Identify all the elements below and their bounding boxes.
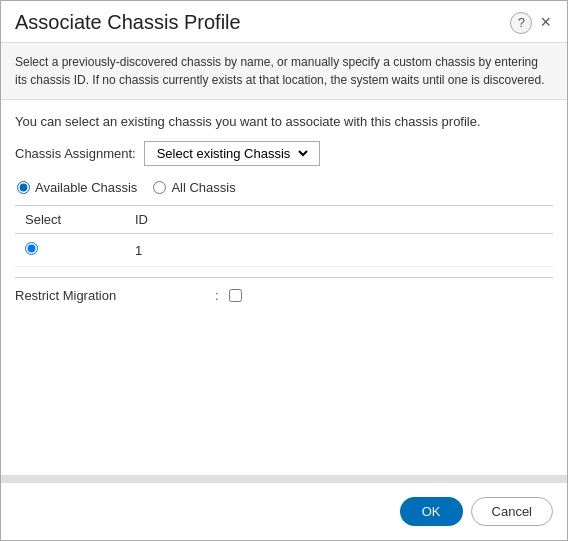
chassis-assignment-row: Chassis Assignment: Select existing Chas… (15, 141, 553, 166)
all-chassis-radio-label[interactable]: All Chassis (153, 180, 235, 195)
restrict-migration-label: Restrict Migration (15, 288, 215, 303)
ok-button[interactable]: OK (400, 497, 463, 526)
help-icon[interactable]: ? (510, 12, 532, 34)
header-icons: ? × (510, 12, 553, 34)
restrict-migration-control: : (215, 288, 242, 303)
available-chassis-label: Available Chassis (35, 180, 137, 195)
dialog-title: Associate Chassis Profile (15, 11, 241, 34)
body-intro: You can select an existing chassis you w… (15, 114, 553, 129)
all-chassis-radio[interactable] (153, 181, 166, 194)
available-chassis-radio[interactable] (17, 181, 30, 194)
chassis-assignment-select[interactable]: Select existing Chassis Specify custom C… (153, 145, 311, 162)
cancel-button[interactable]: Cancel (471, 497, 553, 526)
restrict-migration-colon: : (215, 288, 219, 303)
th-select: Select (15, 212, 135, 227)
dialog-body: You can select an existing chassis you w… (1, 100, 567, 465)
restrict-migration-row: Restrict Migration : (15, 277, 553, 313)
dialog-header: Associate Chassis Profile ? × (1, 1, 567, 42)
available-chassis-radio-label[interactable]: Available Chassis (17, 180, 137, 195)
restrict-migration-checkbox[interactable] (229, 289, 242, 302)
close-button[interactable]: × (538, 12, 553, 33)
info-banner: Select a previously-discovered chassis b… (1, 42, 567, 100)
table-row: 1 (15, 234, 553, 267)
chassis-assignment-label: Chassis Assignment: (15, 146, 136, 161)
bottom-separator (1, 475, 567, 483)
td-select[interactable] (15, 242, 135, 258)
td-id: 1 (135, 243, 553, 258)
chassis-row-radio[interactable] (25, 242, 38, 255)
radio-row: Available Chassis All Chassis (15, 180, 553, 195)
dialog-footer: OK Cancel (1, 483, 567, 540)
th-id: ID (135, 212, 553, 227)
chassis-assignment-dropdown[interactable]: Select existing Chassis Specify custom C… (144, 141, 320, 166)
all-chassis-label: All Chassis (171, 180, 235, 195)
associate-chassis-profile-dialog: Associate Chassis Profile ? × Select a p… (0, 0, 568, 541)
chassis-table: Select ID 1 (15, 205, 553, 267)
table-header: Select ID (15, 206, 553, 234)
